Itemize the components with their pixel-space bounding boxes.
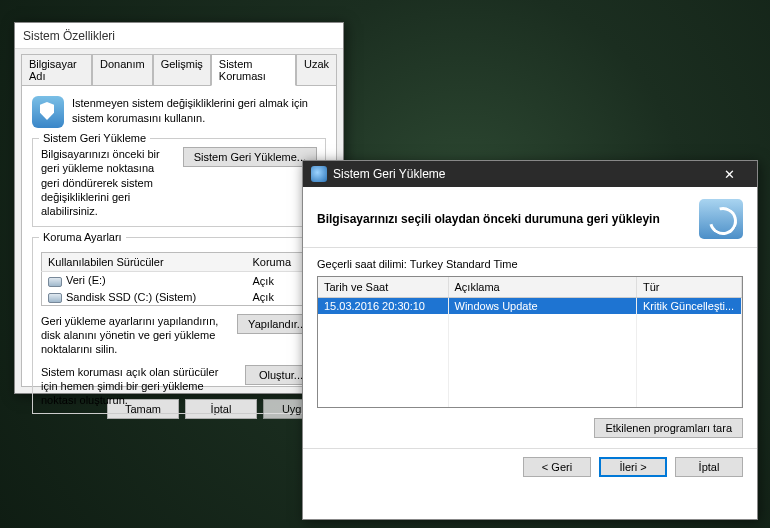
restore-big-icon bbox=[699, 199, 743, 239]
table-row[interactable] bbox=[318, 330, 742, 346]
timezone-line: Geçerli saat dilimi: Turkey Standard Tim… bbox=[317, 258, 743, 270]
drives-table[interactable]: Kullanılabilen Sürücüler Koruma Veri (E:… bbox=[41, 252, 317, 305]
shield-icon bbox=[32, 96, 64, 128]
window-title: Sistem Geri Yükleme bbox=[333, 167, 445, 181]
wizard-button-row: < Geri İleri > İptal bbox=[303, 448, 757, 485]
create-text: Sistem koruması açık olan sürücüler için… bbox=[41, 365, 237, 408]
drive-icon bbox=[48, 293, 62, 303]
timezone-value: Turkey Standard Time bbox=[410, 258, 518, 270]
intro-text: Istenmeyen sistem değişikliklerini geri … bbox=[72, 96, 326, 126]
wizard-headline: Bilgisayarınızı seçili olaydan önceki du… bbox=[317, 212, 699, 226]
back-button[interactable]: < Geri bbox=[523, 457, 591, 477]
system-restore-window: Sistem Geri Yükleme ✕ Bilgisayarınızı se… bbox=[302, 160, 758, 520]
system-restore-button[interactable]: Sistem Geri Yükleme... bbox=[183, 147, 317, 167]
wizard-header: Bilgisayarınızı seçili olaydan önceki du… bbox=[303, 187, 757, 248]
drive-name: Sandisk SSD (C:) (Sistem) bbox=[66, 291, 196, 303]
tab-advanced[interactable]: Gelişmiş bbox=[153, 54, 211, 86]
restore-icon bbox=[311, 166, 327, 182]
col-drive: Kullanılabilen Sürücüler bbox=[42, 253, 247, 272]
next-button[interactable]: İleri > bbox=[599, 457, 667, 477]
close-button[interactable]: ✕ bbox=[709, 161, 749, 187]
cell-datetime: 15.03.2016 20:30:10 bbox=[318, 298, 448, 315]
table-row[interactable]: Veri (E:) Açık bbox=[42, 272, 317, 289]
cancel-button[interactable]: İptal bbox=[675, 457, 743, 477]
col-type[interactable]: Tür bbox=[637, 277, 742, 298]
col-description[interactable]: Açıklama bbox=[448, 277, 637, 298]
system-restore-group: Sistem Geri Yükleme Bilgisayarınızı önce… bbox=[32, 138, 326, 227]
table-row[interactable]: Sandisk SSD (C:) (Sistem) Açık bbox=[42, 289, 317, 306]
scan-affected-programs-button[interactable]: Etkilenen programları tara bbox=[594, 418, 743, 438]
group-legend: Koruma Ayarları bbox=[39, 231, 126, 243]
group-legend: Sistem Geri Yükleme bbox=[39, 132, 150, 144]
protection-settings-group: Koruma Ayarları Kullanılabilen Sürücüler… bbox=[32, 237, 326, 414]
tab-bar: Bilgisayar Adı Donanım Gelişmiş Sistem K… bbox=[15, 49, 343, 85]
table-row[interactable] bbox=[318, 314, 742, 330]
table-row[interactable] bbox=[318, 394, 742, 408]
drive-name: Veri (E:) bbox=[66, 274, 106, 286]
titlebar[interactable]: Sistem Geri Yükleme ✕ bbox=[303, 161, 757, 187]
close-icon: ✕ bbox=[724, 167, 735, 182]
tab-system-protection[interactable]: Sistem Koruması bbox=[211, 54, 296, 86]
restore-points-table[interactable]: Tarih ve Saat Açıklama Tür 15.03.2016 20… bbox=[317, 276, 743, 408]
timezone-label: Geçerli saat dilimi: bbox=[317, 258, 407, 270]
window-title: Sistem Özellikleri bbox=[23, 29, 115, 43]
titlebar[interactable]: Sistem Özellikleri bbox=[15, 23, 343, 49]
tab-remote[interactable]: Uzak bbox=[296, 54, 337, 86]
system-properties-window: Sistem Özellikleri Bilgisayar Adı Donanı… bbox=[14, 22, 344, 394]
col-datetime[interactable]: Tarih ve Saat bbox=[318, 277, 448, 298]
table-row[interactable]: 15.03.2016 20:30:10 Windows Update Kriti… bbox=[318, 298, 742, 315]
drive-icon bbox=[48, 277, 62, 287]
cell-type: Kritik Güncelleşti... bbox=[637, 298, 742, 315]
tab-computer-name[interactable]: Bilgisayar Adı bbox=[21, 54, 92, 86]
restore-description: Bilgisayarınızı önceki bir geri yükleme … bbox=[41, 147, 175, 218]
tab-content-system-protection: Istenmeyen sistem değişikliklerini geri … bbox=[21, 85, 337, 387]
table-row[interactable] bbox=[318, 346, 742, 362]
tab-hardware[interactable]: Donanım bbox=[92, 54, 153, 86]
wizard-body: Geçerli saat dilimi: Turkey Standard Tim… bbox=[303, 248, 757, 448]
table-row[interactable] bbox=[318, 362, 742, 378]
configure-text: Geri yükleme ayarlarını yapılandırın, di… bbox=[41, 314, 229, 357]
cell-description: Windows Update bbox=[448, 298, 637, 315]
table-row[interactable] bbox=[318, 378, 742, 394]
